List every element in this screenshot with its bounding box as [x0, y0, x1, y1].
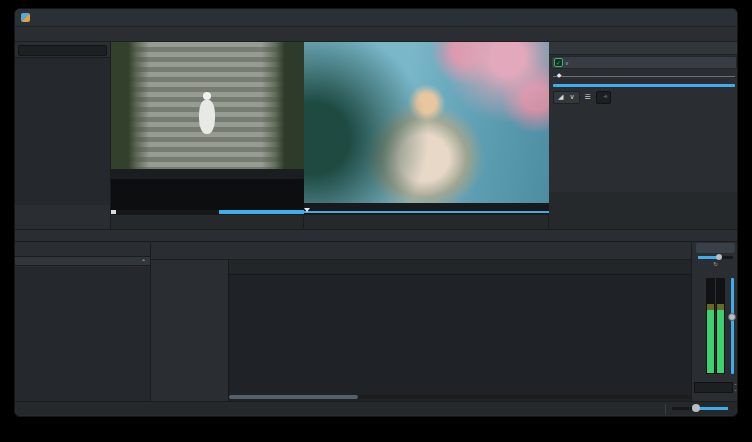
- keyframe-diamond-icon[interactable]: ◆: [557, 71, 562, 78]
- dock-tabs-row: [15, 229, 737, 242]
- project-monitor-ruler[interactable]: [304, 203, 549, 210]
- titlebar: [15, 9, 737, 27]
- keyframe-timecode[interactable]: ⟲: [596, 91, 612, 104]
- timeline-zoom-slider[interactable]: [672, 407, 728, 410]
- effect-row-lift-gamma-gain[interactable]: ✓ ∨: [551, 56, 737, 69]
- master-db-value[interactable]: [694, 382, 733, 393]
- effects-dock: [15, 42, 111, 229]
- chevron-down-icon[interactable]: ∨: [565, 60, 569, 66]
- bottom-area: ⌃ ↻: [15, 242, 737, 401]
- timeline-ruler[interactable]: [229, 260, 691, 275]
- master-level-meters: [695, 278, 737, 374]
- timeline: [151, 242, 691, 401]
- reset-balance-icon[interactable]: ↻: [713, 261, 718, 267]
- clip-audio-thumbnail: [111, 179, 304, 210]
- menubar: [15, 27, 737, 42]
- master-pan-slider[interactable]: [698, 256, 733, 259]
- keyframe-ruler[interactable]: ◆: [553, 71, 735, 83]
- kdenlive-window: ✓ ∨ ◆ ◢∨ ☰ ⟲: [14, 8, 738, 417]
- effect-stack-dock: ✓ ∨ ◆ ◢∨ ☰ ⟲: [549, 42, 738, 229]
- sort-icon[interactable]: ⌃: [141, 258, 146, 265]
- app-icon: [21, 13, 30, 22]
- project-monitor-video[interactable]: [304, 42, 549, 203]
- keyframe-zoombar[interactable]: [553, 84, 735, 87]
- timeline-hscrollbar[interactable]: [229, 395, 691, 399]
- timeline-master-button[interactable]: [151, 260, 228, 275]
- master-label[interactable]: [696, 243, 735, 253]
- statusbar: [15, 401, 737, 415]
- project-monitor: [304, 42, 549, 229]
- effects-search-input[interactable]: [18, 45, 107, 56]
- clip-monitor: [111, 42, 304, 229]
- master-audio-panel: ↻ ⌃⌄: [691, 242, 738, 401]
- meter-right-channel: [716, 278, 725, 374]
- meter-left-channel: [706, 278, 715, 374]
- bin-name-header[interactable]: ⌃: [15, 256, 150, 266]
- master-volume-slider[interactable]: [728, 278, 736, 374]
- effect-enable-checkbox[interactable]: ✓: [554, 58, 563, 67]
- main-area: ✓ ∨ ◆ ◢∨ ☰ ⟲: [15, 42, 737, 229]
- chevron-down-icon: ∨: [569, 93, 574, 101]
- clip-monitor-video[interactable]: [111, 42, 304, 169]
- curve-icon: ◢: [558, 93, 563, 101]
- project-bin: ⌃: [15, 242, 151, 401]
- interpolation-select[interactable]: ◢∨: [553, 91, 580, 104]
- keyframe-menu-icon[interactable]: ☰: [582, 92, 594, 103]
- stack-empty-area: [549, 192, 738, 229]
